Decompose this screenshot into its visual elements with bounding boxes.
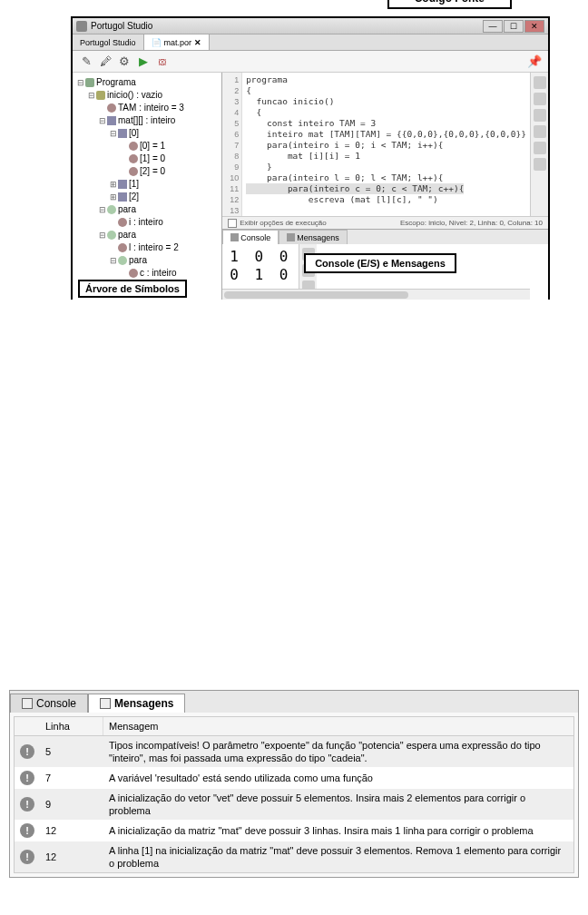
console-tabs: Console Mensagens	[222, 230, 548, 244]
tree-item-label: i : inteiro	[129, 216, 163, 229]
tree-node[interactable]: ⊞[2]	[74, 191, 220, 203]
tree-toggle-icon[interactable]: ⊟	[98, 114, 107, 127]
tree-item-label: para	[129, 254, 147, 267]
ide-window: Portugol Studio — ☐ ✕ Portugol Studio 📄 …	[71, 16, 550, 300]
tree-node[interactable]: TAM : inteiro = 3	[74, 102, 220, 114]
error-icon: !	[20, 823, 34, 838]
tree-toggle-icon[interactable]: ⊟	[109, 127, 118, 140]
code-area[interactable]: programa{ funcao inicio() { const inteir…	[242, 73, 530, 216]
line-number: 6	[222, 129, 239, 140]
tab-close-icon[interactable]: ✕	[194, 38, 201, 47]
message-row[interactable]: !7A variável 'resultado' está sendo util…	[15, 767, 573, 789]
symbol-tree-panel: ⊟Programa⊟inicio() : vazioTAM : inteiro …	[73, 73, 222, 300]
window-titlebar[interactable]: Portugol Studio — ☐ ✕	[73, 18, 548, 34]
symbol-tree[interactable]: ⊟Programa⊟inicio() : vazioTAM : inteiro …	[73, 73, 221, 283]
horizontal-scrollbar[interactable]	[222, 289, 530, 300]
messages-icon	[100, 698, 111, 709]
tree-node[interactable]: [1] = 0	[74, 152, 220, 165]
tab-console[interactable]: Console	[10, 694, 88, 713]
tab-messages[interactable]: Mensagens	[279, 230, 348, 244]
tab-messages[interactable]: Mensagens	[88, 694, 185, 713]
status-left: Exibir opções de execução	[240, 219, 327, 227]
tree-toggle-icon[interactable]: ⊞	[109, 178, 118, 191]
line-number: 7	[222, 140, 239, 151]
line-number: 13	[222, 205, 239, 216]
tree-node[interactable]: ⊟inicio() : vazio	[74, 89, 220, 102]
stop-icon[interactable]: ⦻	[154, 54, 171, 70]
line-number: 5	[222, 118, 239, 129]
save-icon[interactable]: 🖉	[97, 54, 113, 70]
maximize-button[interactable]: ☐	[504, 20, 524, 33]
tree-item-icon	[118, 180, 127, 189]
side-tool-icon[interactable]	[534, 109, 546, 122]
tree-toggle-icon[interactable]: ⊟	[109, 254, 118, 267]
tree-item-icon	[107, 205, 116, 214]
symbol-tree-label: Árvore de Símbolos	[78, 280, 187, 298]
pencil-icon[interactable]: ✎	[78, 54, 94, 70]
tree-node[interactable]: l : inteiro = 2	[74, 241, 220, 254]
code-line[interactable]: const inteiro TAM = 3	[246, 118, 526, 129]
tree-item-label: mat[][] : inteiro	[118, 114, 175, 127]
error-icon: !	[20, 850, 34, 864]
minimize-button[interactable]: —	[483, 20, 503, 33]
code-line[interactable]: para(inteiro c = 0; c < TAM; c++){	[246, 183, 464, 194]
side-tool-icon[interactable]	[534, 76, 546, 89]
tab-home[interactable]: Portugol Studio	[73, 34, 144, 50]
tree-node[interactable]: ⊟para	[74, 203, 220, 216]
code-line[interactable]: mat [i][i] = 1	[246, 151, 526, 162]
tree-node[interactable]: ⊟mat[][] : inteiro	[74, 114, 220, 127]
tree-node[interactable]: ⊟Programa	[74, 76, 220, 89]
tree-node[interactable]: ⊞[1]	[74, 178, 220, 191]
gear-icon[interactable]: ⚙	[116, 54, 132, 70]
side-tool-icon[interactable]	[534, 125, 546, 138]
code-line[interactable]: {	[246, 85, 526, 96]
code-line[interactable]: programa	[246, 74, 526, 85]
document-tabs: Portugol Studio 📄 mat.por ✕	[73, 34, 548, 51]
run-icon[interactable]: ▶	[135, 54, 152, 70]
tree-toggle-icon[interactable]: ⊟	[87, 89, 96, 102]
error-icon-cell: !	[15, 744, 40, 759]
code-line[interactable]: para(inteiro l = 0; l < TAM; l++){	[246, 172, 526, 183]
code-line[interactable]: }	[246, 162, 526, 172]
main-toolbar: ✎ 🖉 ⚙ ▶ ⦻ Código Fonte 📌	[73, 51, 548, 73]
code-line[interactable]: {	[246, 107, 526, 118]
tree-node[interactable]: i : inteiro	[74, 216, 220, 229]
side-tool-icon[interactable]	[534, 142, 546, 154]
tree-item-label: [0]	[129, 127, 139, 140]
tree-node[interactable]: [0] = 1	[74, 140, 220, 152]
exec-options-checkbox[interactable]	[228, 219, 237, 228]
tree-item-label: [0] = 1	[140, 140, 165, 152]
tree-toggle-icon[interactable]: ⊟	[98, 229, 107, 241]
side-tool-icon[interactable]	[534, 93, 546, 105]
tree-node[interactable]: ⊟para	[74, 254, 220, 267]
code-editor[interactable]: 1234567891011121314 programa{ funcao ini…	[222, 73, 548, 216]
tree-node[interactable]: ⊟[0]	[74, 127, 220, 140]
message-text: Tipos incompatíveis! O parâmetro "expoen…	[103, 736, 573, 767]
tab-console[interactable]: Console	[222, 230, 279, 244]
console-body: 1 0 0 0 1 0 Console (E/S) e Mensagens	[222, 244, 548, 300]
scrollbar-thumb[interactable]	[224, 291, 408, 299]
side-tool-icon[interactable]	[534, 158, 546, 171]
code-line[interactable]: inteiro mat [TAM][TAM] = {{0,0,0},{0,0,0…	[246, 129, 526, 140]
tab-file[interactable]: 📄 mat.por ✕	[144, 34, 211, 50]
code-line[interactable]: funcao inicio()	[246, 96, 526, 107]
code-line[interactable]: escreva (mat [l][c], " ")	[246, 194, 526, 205]
tree-node[interactable]: c : inteiro	[74, 267, 220, 280]
message-line: 12	[40, 849, 103, 865]
code-line[interactable]: para(inteiro i = 0; i < TAM; i++){	[246, 140, 526, 151]
tree-toggle-icon[interactable]: ⊟	[98, 203, 107, 216]
message-row[interactable]: !12A linha [1] na inicialização da matri…	[15, 841, 573, 872]
tree-toggle-icon[interactable]: ⊞	[109, 191, 118, 203]
close-button[interactable]: ✕	[524, 20, 544, 33]
header-line: Linha	[40, 717, 103, 735]
message-row[interactable]: !12A inicialização da matriz "mat" deve …	[15, 820, 573, 841]
tree-item-label: [1] = 0	[140, 152, 165, 165]
tree-item-label: para	[118, 229, 136, 241]
error-icon: !	[20, 797, 34, 812]
tree-toggle-icon[interactable]: ⊟	[76, 76, 85, 89]
pin-icon[interactable]: 📌	[526, 54, 543, 70]
tree-node[interactable]: [2] = 0	[74, 165, 220, 178]
tree-node[interactable]: ⊟para	[74, 229, 220, 241]
message-row[interactable]: !9A inicialização do vetor "vet" deve po…	[15, 789, 573, 820]
message-row[interactable]: !5Tipos incompatíveis! O parâmetro "expo…	[15, 736, 573, 767]
